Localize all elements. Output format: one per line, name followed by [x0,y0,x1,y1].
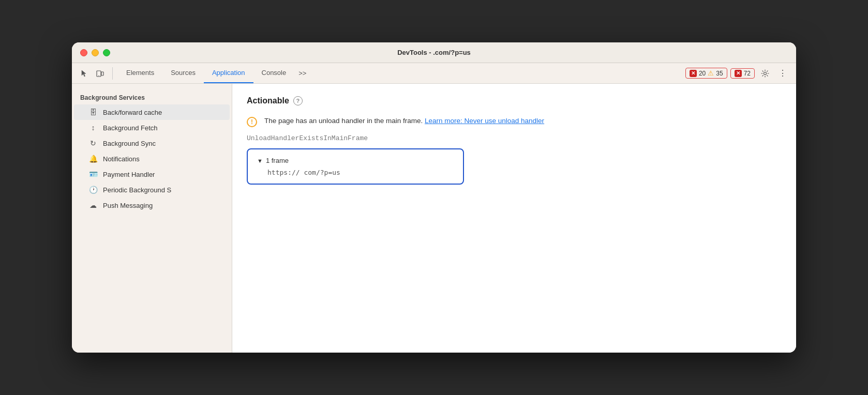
toolbar-right: ✕ 20 ⚠ 35 ✕ 72 ⋮ [685,66,790,81]
toolbar: Elements Sources Application Console >> … [72,63,796,84]
warning-message: The page has an unload handler in the ma… [264,116,544,126]
error-badge2[interactable]: ✕ 72 [730,68,755,79]
maximize-button[interactable] [103,49,110,56]
toolbar-left-icons [78,67,113,80]
sidebar-section-header: Background Services [72,90,232,104]
error-icon: ✕ [690,70,697,77]
device-icon[interactable] [94,67,106,80]
warning-circle-icon: ! [247,117,257,127]
main-content: Background Services 🗄 Back/forward cache… [72,84,796,353]
sidebar-item-periodic-background[interactable]: 🕐 Periodic Background S [74,182,230,198]
frame-url: https:// com/?p=us [257,169,454,176]
tab-console[interactable]: Console [253,63,295,83]
content-title: Actionable ? [247,96,782,105]
window-title: DevTools - .com/?p=us [397,49,471,56]
sidebar-item-notifications[interactable]: 🔔 Notifications [74,151,230,166]
tab-list: Elements Sources Application Console >> [118,63,684,83]
minimize-button[interactable] [92,49,99,56]
sidebar-item-background-sync[interactable]: ↻ Background Sync [74,135,230,151]
svg-point-2 [98,75,99,75]
bell-icon: 🔔 [88,155,98,163]
arrows-updown-icon: ↕ [88,124,98,132]
cursor-icon[interactable] [78,67,91,80]
database-icon: 🗄 [88,108,98,116]
frame-title: ▼ 1 frame [257,157,454,164]
title-bar: DevTools - .com/?p=us [72,42,796,63]
warning-count: 35 [716,70,723,77]
close-button[interactable] [80,49,87,56]
error-count: 20 [699,70,706,77]
sidebar-item-back-forward-cache[interactable]: 🗄 Back/forward cache [74,104,230,120]
handler-label: UnloadHandlerExistsInMainFrame [247,134,782,142]
cloud-icon: ☁ [88,201,98,209]
error-icon2: ✕ [735,70,742,77]
settings-button[interactable] [758,66,772,81]
sync-icon: ↻ [88,139,98,147]
devtools-window: DevTools - .com/?p=us Elements [72,42,796,353]
sidebar-item-push-messaging[interactable]: ☁ Push Messaging [74,198,230,213]
warning-icon: ⚠ [708,69,714,77]
sidebar-item-background-fetch[interactable]: ↕ Background Fetch [74,120,230,135]
tab-sources[interactable]: Sources [162,63,204,83]
card-icon: 🪪 [88,170,98,178]
frame-box: ▼ 1 frame https:// com/?p=us [247,148,464,185]
sidebar-item-payment-handler[interactable]: 🪪 Payment Handler [74,166,230,182]
traffic-lights [80,49,110,56]
help-icon[interactable]: ? [293,96,303,105]
learn-more-link[interactable]: Learn more: Never use unload handler [425,117,544,125]
error-count-badge[interactable]: ✕ 20 ⚠ 35 [685,68,727,79]
clock-icon: 🕐 [88,186,98,194]
tab-application[interactable]: Application [204,63,253,83]
collapse-arrow-icon[interactable]: ▼ [257,158,263,164]
svg-rect-1 [101,72,103,75]
svg-point-3 [764,72,767,74]
content-area: Actionable ? ! The page has an unload ha… [232,84,796,353]
sidebar: Background Services 🗄 Back/forward cache… [72,84,232,353]
tab-elements[interactable]: Elements [118,63,162,83]
tab-more-button[interactable]: >> [294,63,310,83]
warning-row: ! The page has an unload handler in the … [247,116,782,127]
more-options-button[interactable]: ⋮ [775,66,790,81]
error-count2: 72 [744,70,751,77]
